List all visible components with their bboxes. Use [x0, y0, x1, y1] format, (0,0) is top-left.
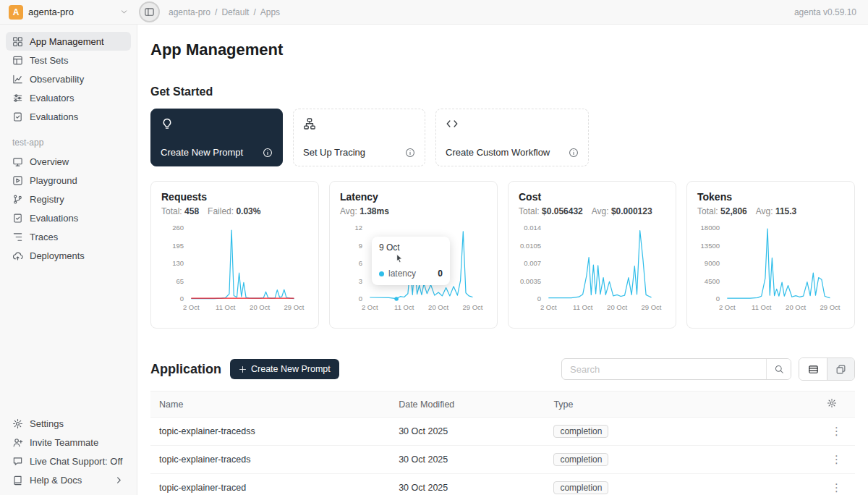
- sidebar-item-label: Invite Teammate: [30, 437, 98, 448]
- column-header-name[interactable]: Name: [150, 392, 390, 418]
- app-date-modified: 30 Oct 2025: [390, 418, 545, 446]
- sidebar-item-invite-teammate[interactable]: Invite Teammate: [6, 433, 131, 452]
- sidebar-item-registry[interactable]: Registry: [6, 190, 131, 208]
- card-view-button[interactable]: [827, 358, 854, 380]
- app-type: completion: [545, 418, 818, 446]
- info-icon[interactable]: [405, 148, 415, 158]
- sidebar-item-playground[interactable]: Playground: [6, 171, 131, 190]
- svg-text:29 Oct: 29 Oct: [820, 303, 841, 311]
- svg-text:2 Oct: 2 Oct: [719, 303, 736, 311]
- sidebar-item-label: Traces: [30, 232, 58, 242]
- sidebar-item-evaluators[interactable]: Evaluators: [6, 88, 131, 107]
- svg-text:0: 0: [716, 295, 720, 302]
- breadcrumb-item[interactable]: Default: [221, 7, 249, 17]
- evaluations-icon: [12, 111, 23, 122]
- overview-icon: [12, 156, 23, 167]
- svg-text:29 Oct: 29 Oct: [284, 303, 305, 311]
- table-controls: [561, 358, 855, 381]
- stat-metrics: Total: 52,806Avg: 115.3: [697, 206, 844, 216]
- column-header-type[interactable]: Type: [545, 392, 818, 418]
- get-started-card-set-up-tracing[interactable]: Set Up Tracing: [293, 109, 425, 166]
- get-started-card-create-new-prompt[interactable]: Create New Prompt: [150, 109, 283, 166]
- app-name[interactable]: topic-explainer-tracedss: [150, 418, 390, 446]
- sidebar-item-evaluations[interactable]: Evaluations: [6, 208, 131, 227]
- sidebar-item-label: Overview: [30, 156, 69, 167]
- svg-text:13500: 13500: [701, 242, 720, 250]
- svg-text:0.014: 0.014: [524, 224, 541, 232]
- svg-text:2 Oct: 2 Oct: [183, 303, 200, 311]
- sidebar-item-label: Evaluators: [30, 93, 74, 103]
- sidebar-item-label: Playground: [30, 175, 77, 186]
- svg-text:0.0105: 0.0105: [520, 242, 541, 250]
- sidebar-item-overview[interactable]: Overview: [6, 152, 131, 171]
- row-menu-button[interactable]: ⋮: [827, 423, 846, 439]
- sidebar-toggle-button[interactable]: [139, 1, 160, 22]
- create-new-prompt-button[interactable]: Create New Prompt: [230, 359, 339, 379]
- sidebar-item-app-management[interactable]: App Management: [6, 32, 131, 51]
- svg-text:29 Oct: 29 Oct: [463, 303, 483, 311]
- svg-text:0: 0: [180, 295, 184, 302]
- get-started-card-create-custom-workflow[interactable]: Create Custom Workflow: [435, 109, 589, 166]
- get-started-cards: Create New Prompt Set Up Tracing Create …: [150, 109, 855, 166]
- chart-tokens: 18000135009000450002 Oct11 Oct20 Oct29 O…: [697, 222, 842, 315]
- row-menu-button[interactable]: ⋮: [827, 480, 846, 495]
- observability-icon: [12, 74, 23, 85]
- search-input[interactable]: [562, 359, 766, 379]
- search-icon: [774, 364, 784, 374]
- cursor-icon: [393, 253, 404, 264]
- app-name[interactable]: topic-explainer-traced: [150, 474, 390, 495]
- search-button[interactable]: [766, 359, 791, 379]
- help-icon: [12, 475, 23, 486]
- info-icon[interactable]: [569, 148, 579, 158]
- row-menu-button[interactable]: ⋮: [827, 452, 846, 468]
- chart-area: 2601951306502 Oct11 Oct20 Oct29 Oct: [161, 222, 308, 317]
- column-settings-header[interactable]: [818, 392, 855, 418]
- sidebar-item-label: Observability: [30, 74, 84, 85]
- sidebar-item-test-sets[interactable]: Test Sets: [6, 51, 131, 69]
- sidebar-item-traces[interactable]: Traces: [6, 227, 131, 246]
- stat-metric: Total: $0.056432: [519, 206, 583, 216]
- table-view-button[interactable]: [799, 358, 827, 380]
- svg-text:4500: 4500: [705, 277, 720, 285]
- info-icon[interactable]: [263, 148, 273, 158]
- svg-text:20 Oct: 20 Oct: [428, 303, 448, 311]
- deployments-icon: [12, 250, 23, 261]
- chart-area: 18000135009000450002 Oct11 Oct20 Oct29 O…: [697, 222, 844, 317]
- svg-text:0: 0: [537, 295, 541, 302]
- tooltip-series: latency: [388, 268, 416, 279]
- stats-row: Requests Total: 458Failed: 0.03% 2601951…: [150, 181, 855, 329]
- app-date-modified: 30 Oct 2025: [390, 474, 545, 495]
- table-row[interactable]: topic-explainer-traced 30 Oct 2025 compl…: [150, 474, 855, 495]
- sidebar-item-help-docs[interactable]: Help & Docs: [6, 470, 131, 489]
- gear-icon: [827, 398, 837, 408]
- sidebar-item-live-chat-support-off[interactable]: Live Chat Support: Off: [6, 452, 131, 470]
- svg-text:0: 0: [359, 295, 362, 302]
- sidebar-item-evaluations[interactable]: Evaluations: [6, 107, 131, 126]
- sidebar-item-label: Evaluations: [30, 213, 78, 224]
- sidebar-item-settings[interactable]: Settings: [6, 414, 131, 433]
- app-name[interactable]: topic-explainer-traceds: [150, 446, 390, 474]
- view-toggle: [799, 358, 855, 381]
- sidebar-item-observability[interactable]: Observability: [6, 69, 131, 88]
- apps-table: NameDate ModifiedType topic-explainer-tr…: [150, 391, 855, 495]
- table-row[interactable]: topic-explainer-tracedss 30 Oct 2025 com…: [150, 418, 855, 446]
- breadcrumb-separator: /: [215, 7, 217, 17]
- app-date-modified: 30 Oct 2025: [390, 446, 545, 474]
- breadcrumb-separator: /: [253, 7, 255, 17]
- type-tag: completion: [553, 453, 608, 466]
- workspace-selector[interactable]: A agenta-pro: [0, 5, 137, 20]
- sidebar-item-label: Evaluations: [30, 111, 78, 122]
- svg-text:18000: 18000: [701, 224, 720, 232]
- column-header-date-modified[interactable]: Date Modified: [390, 392, 545, 418]
- sidebar-item-deployments[interactable]: Deployments: [6, 246, 131, 265]
- breadcrumb-item[interactable]: Apps: [260, 7, 280, 17]
- stat-metric: Avg: 115.3: [756, 206, 797, 216]
- svg-text:195: 195: [172, 242, 184, 250]
- svg-text:11 Oct: 11 Oct: [394, 303, 414, 311]
- svg-text:130: 130: [172, 259, 184, 267]
- breadcrumb-item[interactable]: agenta-pro: [169, 7, 210, 17]
- registry-icon: [12, 194, 23, 205]
- table-row[interactable]: topic-explainer-traceds 30 Oct 2025 comp…: [150, 446, 855, 474]
- traces-icon: [12, 232, 23, 242]
- version-label: agenta v0.59.10: [794, 7, 856, 17]
